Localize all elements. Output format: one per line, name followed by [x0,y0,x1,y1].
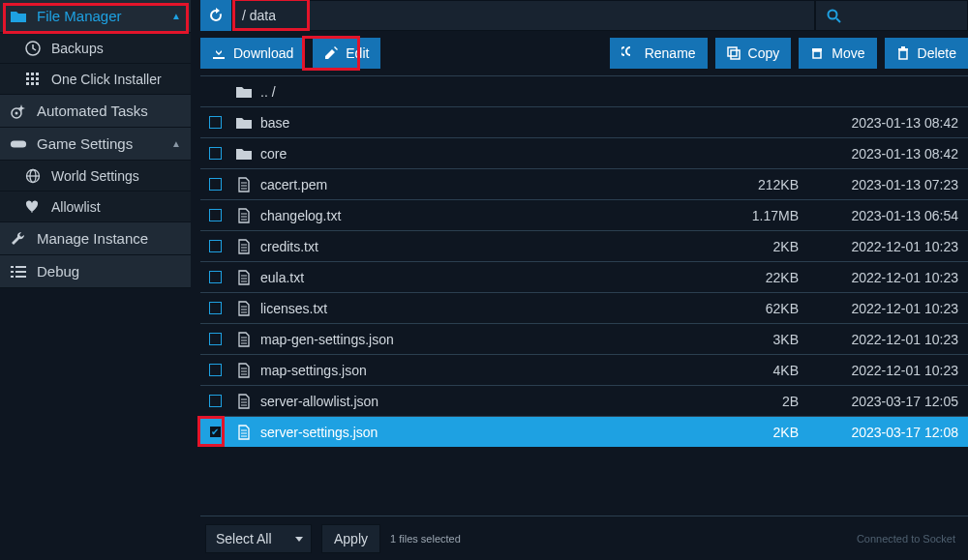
file-icon [229,363,258,378]
row-checkbox[interactable] [209,364,222,376]
file-size: 22KB [711,270,818,285]
gear-spark-icon [10,103,27,120]
sidebar-item-label: World Settings [51,168,139,184]
file-size: 1.17MB [711,208,818,223]
file-date: 2023-03-17 12:08 [818,425,968,440]
row-checkbox[interactable] [209,271,222,283]
file-row[interactable]: cacert.pem212KB2023-01-13 07:23 [200,168,968,199]
svg-rect-1 [26,73,29,75]
search-button[interactable] [815,0,968,31]
sidebar-item-backups[interactable]: Backups [0,33,191,64]
file-row[interactable]: map-gen-settings.json3KB2022-12-01 10:23 [200,323,968,354]
sidebar-section-label: File Manager [37,8,122,24]
sidebar-section-label: Debug [37,263,79,280]
svg-rect-12 [11,140,26,147]
backup-icon [24,41,42,56]
file-row[interactable]: server-settings.json2KB2023-03-17 12:08 [200,416,968,447]
file-date: 2023-03-17 12:05 [818,394,968,409]
delete-icon [896,46,910,60]
parent-dir-row[interactable]: .. / [200,75,968,106]
copy-button[interactable]: Copy [715,38,792,69]
gamepad-icon [10,137,27,151]
file-row[interactable]: core2023-01-13 08:42 [200,137,968,168]
heart-icon [24,200,42,214]
file-row[interactable]: changelog.txt1.17MB2023-01-13 06:54 [200,199,968,230]
chevron-up-icon: ▲ [171,138,181,149]
row-checkbox[interactable] [209,240,222,252]
file-date: 2023-01-13 08:42 [818,115,968,131]
svg-line-23 [836,18,840,22]
wrench-icon [10,230,27,248]
folder-icon [10,10,27,23]
path-home-button[interactable] [200,0,231,31]
footer-bar: Select All Apply 1 files selected Connec… [200,516,968,560]
file-date: 2023-01-13 08:42 [818,146,968,162]
sidebar-item-allowlist[interactable]: Allowlist [0,192,191,222]
file-name: cacert.pem [258,177,711,192]
svg-rect-17 [15,266,26,268]
sidebar-section-file-manager[interactable]: File Manager▲ [0,0,191,33]
sidebar-section-automated-tasks[interactable]: Automated Tasks [0,95,191,128]
file-date: 2023-01-13 07:23 [818,177,968,192]
sidebar-item-world-settings[interactable]: World Settings [0,161,191,192]
sidebar-section-game-settings[interactable]: Game Settings▲ [0,128,191,161]
row-checkbox[interactable] [209,116,222,129]
file-size: 62KB [711,301,818,316]
copy-icon [727,46,741,60]
refresh-icon [208,8,224,23]
delete-button[interactable]: Delete [885,38,968,69]
sidebar-section-debug[interactable]: Debug [0,255,191,288]
row-checkbox[interactable] [209,209,222,221]
path-text: / data [242,8,276,23]
path-bar: / data [200,0,968,31]
edit-button[interactable]: Edit [313,38,380,69]
sidebar-item-one-click[interactable]: One Click Installer [0,64,191,95]
parent-dir-label: .. / [258,84,711,100]
file-date: 2023-01-13 06:54 [818,208,968,223]
file-table: .. /base2023-01-13 08:42core2023-01-13 0… [200,75,968,516]
download-icon [212,46,226,60]
row-checkbox[interactable] [209,178,222,191]
row-checkbox[interactable] [209,147,222,160]
file-row[interactable]: credits.txt2KB2022-12-01 10:23 [200,230,968,261]
file-icon [229,270,258,285]
sidebar-item-label: Backups [51,41,104,56]
apply-button[interactable]: Apply [321,524,380,553]
svg-point-22 [829,11,837,19]
file-row[interactable]: map-settings.json4KB2022-12-01 10:23 [200,354,968,385]
download-button[interactable]: Download [200,38,305,69]
svg-rect-27 [813,51,821,58]
row-checkbox[interactable] [209,395,222,407]
svg-rect-6 [31,82,34,85]
row-checkbox[interactable] [209,302,222,314]
file-size: 2KB [711,425,818,440]
file-name: server-allowlist.json [258,394,711,409]
select-all-dropdown[interactable]: Select All [205,524,312,553]
file-icon [229,239,258,254]
file-row[interactable]: licenses.txt62KB2022-12-01 10:23 [200,292,968,323]
row-checkbox[interactable] [209,333,222,345]
svg-rect-29 [898,48,908,50]
rename-icon [621,46,637,60]
folder-icon [229,147,258,161]
svg-rect-7 [36,73,39,75]
main-panel: / data Download Edit [200,0,968,560]
file-row[interactable]: base2023-01-13 08:42 [200,106,968,137]
path-display[interactable]: / data [231,0,815,31]
file-date: 2022-12-01 10:23 [818,332,968,347]
file-row[interactable]: eula.txt22KB2022-12-01 10:23 [200,261,968,292]
move-button[interactable]: Move [799,38,876,69]
file-name: base [258,115,711,131]
sidebar-section-manage-instance[interactable]: Manage Instance [0,222,191,255]
row-checkbox[interactable] [209,426,222,438]
search-icon [826,8,841,23]
file-row[interactable]: server-allowlist.json2B2023-03-17 12:05 [200,385,968,416]
grid-icon [24,73,42,86]
file-name: server-settings.json [258,425,711,440]
file-size: 2KB [711,239,818,254]
file-size: 212KB [711,177,818,192]
svg-rect-3 [26,82,29,85]
rename-button[interactable]: Rename [610,38,708,69]
file-icon [229,301,258,316]
globe-icon [24,168,42,184]
